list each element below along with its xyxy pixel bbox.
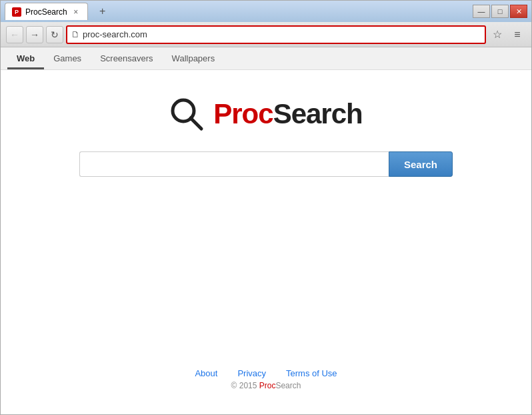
browser-window: P ProcSearch × + — □ ✕ ← → ↻ 🗋 ☆ ≡ Web G…	[0, 0, 532, 415]
tab-title: ProcSearch	[25, 7, 67, 17]
search-button[interactable]: Search	[389, 151, 453, 177]
active-tab[interactable]: P ProcSearch ×	[5, 3, 88, 20]
tab-wallpapers[interactable]: Wallpapers	[163, 49, 225, 69]
footer-copyright: © 2015 ProcSearch	[14, 381, 518, 390]
browser-content: ProcSearch Search About Privacy Terms of…	[1, 70, 531, 414]
bookmark-button[interactable]: ☆	[489, 26, 506, 43]
page-icon: 🗋	[71, 29, 80, 39]
title-bar: P ProcSearch × + — □ ✕	[1, 1, 531, 22]
window-controls: — □ ✕	[473, 5, 527, 18]
footer-terms-link[interactable]: Terms of Use	[286, 368, 337, 378]
content-scroll[interactable]: ProcSearch Search About Privacy Terms of…	[1, 70, 531, 414]
close-button[interactable]: ✕	[510, 5, 527, 18]
refresh-button[interactable]: ↻	[46, 26, 63, 43]
forward-button[interactable]: →	[26, 26, 43, 43]
logo-proc: Proc	[213, 98, 273, 129]
footer-proc-red: Proc	[259, 381, 276, 390]
tab-close-button[interactable]: ×	[71, 7, 81, 17]
tab-games[interactable]: Games	[44, 49, 91, 69]
tab-web[interactable]: Web	[7, 49, 44, 69]
main-area: ProcSearch Search About Privacy Terms of…	[1, 70, 531, 414]
nav-right-buttons: ☆ ≡	[489, 26, 526, 43]
back-button[interactable]: ←	[6, 26, 23, 43]
nav-bar: ← → ↻ 🗋 ☆ ≡	[1, 22, 531, 47]
search-input[interactable]	[79, 151, 389, 177]
svg-line-1	[191, 118, 201, 129]
minimize-button[interactable]: —	[473, 5, 490, 18]
footer: About Privacy Terms of Use © 2015 ProcSe…	[14, 362, 518, 401]
tab-favicon: P	[12, 7, 21, 17]
footer-search-text: Search	[275, 381, 301, 390]
logo-area: ProcSearch	[169, 97, 362, 131]
title-bar-left: P ProcSearch × +	[5, 3, 111, 20]
new-tab-button[interactable]: +	[95, 3, 111, 19]
maximize-button[interactable]: □	[491, 5, 509, 18]
tab-screensavers[interactable]: Screensavers	[91, 49, 162, 69]
footer-links: About Privacy Terms of Use	[14, 368, 518, 378]
logo-search: Search	[273, 98, 363, 129]
address-bar-wrapper[interactable]: 🗋	[66, 25, 486, 44]
footer-about-link[interactable]: About	[195, 368, 217, 378]
address-input[interactable]	[83, 29, 481, 39]
logo-text: ProcSearch	[213, 98, 362, 130]
search-icon	[169, 97, 204, 131]
chrome-menu-button[interactable]: ≡	[509, 26, 526, 43]
search-box-area: Search	[79, 151, 453, 177]
site-tabs-bar: Web Games Screensavers Wallpapers	[1, 47, 531, 70]
footer-privacy-link[interactable]: Privacy	[237, 368, 266, 378]
